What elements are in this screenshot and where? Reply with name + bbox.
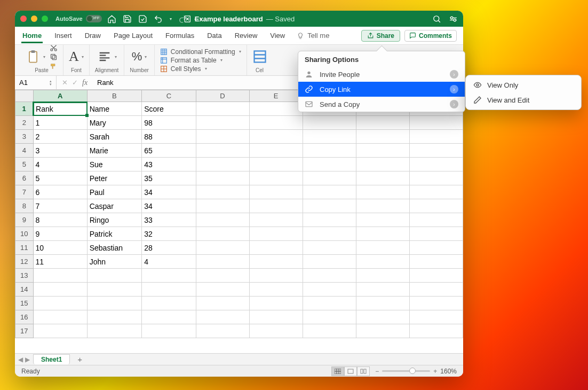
- column-header[interactable]: C: [142, 90, 196, 102]
- tab-formulas[interactable]: Formulas: [164, 28, 195, 43]
- sheet-tab[interactable]: Sheet1: [33, 354, 70, 364]
- cell[interactable]: [249, 185, 303, 199]
- undo-dropdown-icon[interactable]: ▾: [170, 17, 172, 21]
- cell[interactable]: [249, 269, 303, 283]
- cell[interactable]: [33, 297, 87, 310]
- cell[interactable]: [409, 144, 463, 158]
- cell[interactable]: [249, 255, 303, 269]
- cell[interactable]: [303, 171, 356, 185]
- cell[interactable]: 7: [33, 199, 87, 213]
- cell[interactable]: 98: [142, 116, 196, 130]
- cell[interactable]: [249, 116, 303, 130]
- cell[interactable]: [303, 310, 356, 324]
- cell[interactable]: Name: [87, 102, 142, 116]
- row-header[interactable]: 16: [15, 310, 34, 324]
- cell[interactable]: [249, 171, 303, 185]
- cancel-formula-icon[interactable]: ✕: [62, 79, 68, 87]
- cell[interactable]: [409, 199, 463, 213]
- cell[interactable]: [356, 130, 409, 144]
- cell[interactable]: 9: [33, 227, 87, 241]
- view-and-edit-item[interactable]: View and Edit: [466, 92, 581, 107]
- cell[interactable]: [356, 185, 409, 199]
- cell[interactable]: [196, 310, 249, 324]
- cell[interactable]: [33, 310, 87, 324]
- cell[interactable]: [409, 310, 463, 324]
- cell[interactable]: [356, 310, 409, 324]
- cell[interactable]: Mary: [87, 116, 142, 130]
- cell[interactable]: [196, 213, 249, 227]
- cell[interactable]: [196, 102, 249, 116]
- cell[interactable]: [409, 130, 463, 144]
- cell[interactable]: Patrick: [87, 227, 142, 241]
- cell[interactable]: 6: [33, 185, 87, 199]
- copy-icon[interactable]: [50, 53, 58, 61]
- cell[interactable]: [303, 255, 356, 269]
- cell[interactable]: [356, 158, 409, 171]
- row-header[interactable]: 2: [15, 116, 34, 130]
- row-header[interactable]: 9: [15, 213, 34, 227]
- cell[interactable]: [249, 297, 303, 310]
- cell[interactable]: [409, 297, 463, 310]
- cell[interactable]: Sarah: [87, 130, 142, 144]
- cell[interactable]: 43: [142, 158, 196, 171]
- cell[interactable]: [249, 199, 303, 213]
- cell[interactable]: 34: [142, 185, 196, 199]
- cell[interactable]: [33, 283, 87, 297]
- sheet-next-icon[interactable]: ▶: [25, 356, 30, 363]
- cell[interactable]: [249, 158, 303, 171]
- cell[interactable]: [356, 255, 409, 269]
- tab-page-layout[interactable]: Page Layout: [113, 28, 154, 43]
- font-dropdown-icon[interactable]: ▾: [82, 54, 84, 59]
- view-page-layout-button[interactable]: [344, 366, 357, 376]
- row-header[interactable]: 8: [15, 199, 34, 213]
- save-icon[interactable]: [123, 14, 132, 24]
- cell[interactable]: [87, 297, 142, 310]
- column-header[interactable]: E: [249, 90, 303, 102]
- alignment-icon[interactable]: [97, 49, 112, 64]
- cell[interactable]: [196, 255, 249, 269]
- tab-insert[interactable]: Insert: [53, 28, 73, 43]
- cell[interactable]: [87, 310, 142, 324]
- cell[interactable]: [142, 310, 196, 324]
- cell[interactable]: [303, 283, 356, 297]
- cell[interactable]: [196, 269, 249, 283]
- cell[interactable]: 8: [33, 213, 87, 227]
- zoom-slider[interactable]: [382, 370, 430, 372]
- cell[interactable]: [303, 227, 356, 241]
- cell[interactable]: 65: [142, 144, 196, 158]
- clipboard-icon[interactable]: [26, 49, 41, 64]
- cell[interactable]: Paul: [87, 185, 142, 199]
- cell[interactable]: 1: [33, 116, 87, 130]
- minimize-window-button[interactable]: [31, 15, 37, 22]
- cell[interactable]: [249, 213, 303, 227]
- cell[interactable]: [142, 269, 196, 283]
- cell[interactable]: 11: [33, 255, 87, 269]
- tab-home[interactable]: Home: [21, 28, 43, 43]
- cell[interactable]: [196, 144, 249, 158]
- cell[interactable]: 88: [142, 130, 196, 144]
- stepper-icon[interactable]: ▴▾: [50, 80, 52, 86]
- cell[interactable]: 28: [142, 241, 196, 255]
- cell[interactable]: [249, 102, 303, 116]
- cell[interactable]: 34: [142, 199, 196, 213]
- cell[interactable]: [33, 269, 87, 283]
- row-header[interactable]: 3: [15, 130, 34, 144]
- cell[interactable]: [303, 241, 356, 255]
- cell[interactable]: [303, 185, 356, 199]
- cell[interactable]: [356, 324, 409, 338]
- cell[interactable]: [303, 158, 356, 171]
- column-header[interactable]: D: [196, 90, 249, 102]
- cell[interactable]: [196, 297, 249, 310]
- cell[interactable]: [33, 324, 87, 338]
- row-header[interactable]: 15: [15, 297, 34, 310]
- cell[interactable]: [249, 324, 303, 338]
- cell[interactable]: Marie: [87, 144, 142, 158]
- cell[interactable]: [409, 171, 463, 185]
- cell[interactable]: [409, 185, 463, 199]
- cell[interactable]: Peter: [87, 171, 142, 185]
- row-header[interactable]: 11: [15, 241, 34, 255]
- cell[interactable]: 3: [33, 144, 87, 158]
- column-header[interactable]: A: [33, 90, 87, 102]
- copy-link-item[interactable]: Copy Link ›: [298, 82, 465, 97]
- cell[interactable]: Caspar: [87, 199, 142, 213]
